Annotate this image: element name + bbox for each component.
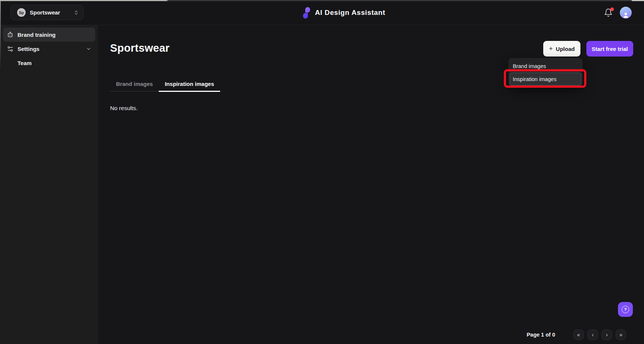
- chevron-down-icon: [86, 46, 91, 52]
- notifications-button[interactable]: [603, 8, 613, 17]
- app-title: AI Design Assistant: [315, 9, 385, 17]
- start-free-trial-button[interactable]: Start free trial: [586, 41, 633, 57]
- sidebar-item-label: Team: [17, 60, 32, 66]
- help-circle-icon: ?: [622, 306, 629, 313]
- next-page-button[interactable]: ›: [602, 329, 612, 340]
- tabs: Brand images Inspiration images: [110, 76, 220, 91]
- tab-brand-images[interactable]: Brand images: [110, 76, 159, 91]
- topbar-right: [603, 0, 632, 25]
- sliders-icon: [7, 45, 14, 52]
- tab-inspiration-images[interactable]: Inspiration images: [159, 76, 220, 91]
- help-button[interactable]: ?: [618, 302, 633, 317]
- start-free-trial-label: Start free trial: [592, 46, 628, 52]
- previous-page-button[interactable]: ‹: [587, 329, 598, 340]
- page-title: Sportswear: [110, 42, 170, 54]
- upload-button-label: Upload: [556, 46, 575, 52]
- menu-item-inspiration-images[interactable]: Inspiration images: [510, 73, 581, 86]
- chevrons-up-down-icon: [74, 10, 79, 15]
- app-logo: AI Design Assistant: [303, 0, 385, 25]
- first-page-button[interactable]: «: [573, 329, 584, 340]
- user-icon: [622, 12, 629, 19]
- sidebar: Brand training Settings Team: [0, 25, 98, 344]
- window-edge-artifact: [0, 0, 644, 1]
- user-avatar[interactable]: [620, 7, 632, 19]
- app-window: Sp Sportswear AI Design Assistant: [0, 0, 644, 344]
- last-page-button[interactable]: »: [616, 329, 626, 340]
- workspace-name: Sportswear: [30, 9, 60, 16]
- workspace-badge: Sp: [17, 8, 26, 17]
- sidebar-item-brand-training[interactable]: Brand training: [3, 28, 95, 42]
- workspace-switcher[interactable]: Sp Sportswear: [10, 5, 84, 20]
- sidebar-item-team[interactable]: Team: [3, 56, 95, 70]
- pagination: Page 1 of 0 « ‹ › »: [527, 329, 626, 340]
- empty-state-text: No results.: [110, 105, 138, 112]
- upload-button[interactable]: + Upload: [543, 41, 580, 57]
- pagination-label: Page 1 of 0: [527, 332, 555, 338]
- menu-item-brand-images[interactable]: Brand images: [510, 60, 581, 73]
- notification-dot: [610, 7, 614, 11]
- window-edge-artifact-left: [0, 1, 1, 70]
- sidebar-item-label: Brand training: [17, 32, 56, 38]
- topbar: Sp Sportswear AI Design Assistant: [0, 0, 644, 25]
- logo-icon: [303, 7, 310, 19]
- bot-icon: [7, 31, 14, 38]
- header-actions: + Upload Start free trial: [543, 41, 633, 57]
- sidebar-item-settings[interactable]: Settings: [3, 42, 95, 56]
- sidebar-item-label: Settings: [17, 46, 39, 52]
- upload-dropdown-menu: Brand images Inspiration images: [508, 58, 583, 87]
- plus-icon: +: [549, 45, 553, 52]
